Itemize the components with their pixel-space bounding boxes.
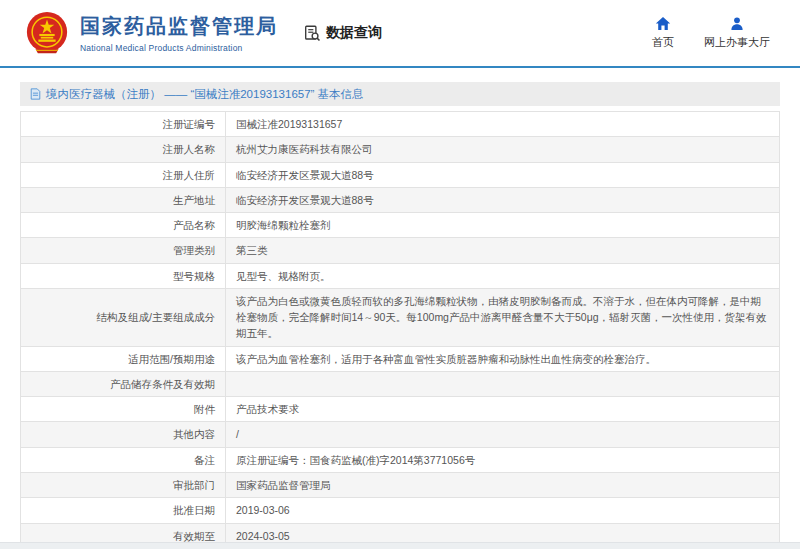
org-name-en: National Medical Products Administration	[80, 43, 278, 53]
info-table-body: 注册证编号国械注准20193131657注册人名称杭州艾力康医药科技有限公司注册…	[21, 112, 780, 549]
row-value: 2019-03-06	[226, 498, 780, 523]
logo[interactable]: 国家药品监督管理局 National Medical Products Admi…	[24, 10, 278, 56]
row-label: 注册人名称	[21, 137, 226, 162]
row-value: 临安经济开发区景观大道88号	[226, 162, 780, 187]
table-row: 结构及组成/主要组成成分该产品为白色或微黄色质轻而软的多孔海绵颗粒状物，由猪皮明…	[21, 288, 780, 346]
data-query-tab[interactable]: 数据查询	[304, 24, 382, 42]
table-row: 其他内容/	[21, 422, 780, 447]
org-name: 国家药品监督管理局	[80, 13, 278, 40]
nav-home[interactable]: 首页	[652, 16, 674, 50]
document-search-icon	[304, 25, 321, 42]
row-value: 明胶海绵颗粒栓塞剂	[226, 213, 780, 238]
table-row: 注册人住所临安经济开发区景观大道88号	[21, 162, 780, 187]
row-label: 结构及组成/主要组成成分	[21, 288, 226, 346]
header-nav: 首页 网上办事大厅	[652, 16, 770, 50]
site-header: 国家药品监督管理局 National Medical Products Admi…	[0, 0, 800, 68]
row-label: 注册人住所	[21, 162, 226, 187]
table-row: 生产地址临安经济开发区景观大道88号	[21, 187, 780, 212]
footer-strip	[0, 542, 800, 549]
row-value: 杭州艾力康医药科技有限公司	[226, 137, 780, 162]
table-row: 管理类别第三类	[21, 238, 780, 263]
row-label: 生产地址	[21, 187, 226, 212]
row-value: /	[226, 422, 780, 447]
row-label: 产品名称	[21, 213, 226, 238]
user-icon	[729, 16, 745, 31]
row-value: 产品技术要求	[226, 397, 780, 422]
table-row: 注册人名称杭州艾力康医药科技有限公司	[21, 137, 780, 162]
table-row: 备注原注册证编号：国食药监械(准)字2014第3771056号	[21, 447, 780, 472]
nav-home-label: 首页	[652, 35, 674, 50]
breadcrumb-text: 境内医疗器械（注册） —— “国械注准20193131657” 基本信息	[46, 87, 364, 102]
row-label: 附件	[21, 397, 226, 422]
nav-service-hall-label: 网上办事大厅	[704, 35, 770, 50]
row-label: 备注	[21, 447, 226, 472]
row-value: 国家药品监督管理局	[226, 472, 780, 497]
table-row: 审批部门国家药品监督管理局	[21, 472, 780, 497]
row-label: 其他内容	[21, 422, 226, 447]
row-value: 该产品为白色或微黄色质轻而软的多孔海绵颗粒状物，由猪皮明胶制备而成。不溶于水，但…	[226, 288, 780, 346]
table-row: 型号规格见型号、规格附页。	[21, 263, 780, 288]
registration-info-table: 注册证编号国械注准20193131657注册人名称杭州艾力康医药科技有限公司注册…	[20, 111, 780, 549]
org-title-block: 国家药品监督管理局 National Medical Products Admi…	[80, 13, 278, 53]
table-row: 产品名称明胶海绵颗粒栓塞剂	[21, 213, 780, 238]
nav-service-hall[interactable]: 网上办事大厅	[704, 16, 770, 50]
row-value	[226, 371, 780, 396]
row-label: 管理类别	[21, 238, 226, 263]
national-emblem-icon	[24, 10, 70, 56]
row-value: 临安经济开发区景观大道88号	[226, 187, 780, 212]
row-label: 型号规格	[21, 263, 226, 288]
row-label: 适用范围/预期用途	[21, 346, 226, 371]
row-label: 审批部门	[21, 472, 226, 497]
table-row: 产品储存条件及有效期	[21, 371, 780, 396]
row-value: 该产品为血管栓塞剂，适用于各种富血管性实质脏器肿瘤和动脉性出血性病变的栓塞治疗。	[226, 346, 780, 371]
row-label: 批准日期	[21, 498, 226, 523]
row-value: 原注册证编号：国食药监械(准)字2014第3771056号	[226, 447, 780, 472]
document-icon	[30, 88, 41, 100]
home-icon	[655, 16, 671, 31]
table-row: 适用范围/预期用途该产品为血管栓塞剂，适用于各种富血管性实质脏器肿瘤和动脉性出血…	[21, 346, 780, 371]
row-label: 产品储存条件及有效期	[21, 371, 226, 396]
table-row: 批准日期2019-03-06	[21, 498, 780, 523]
row-value: 第三类	[226, 238, 780, 263]
table-row: 附件产品技术要求	[21, 397, 780, 422]
row-label: 注册证编号	[21, 112, 226, 137]
table-row: 注册证编号国械注准20193131657	[21, 112, 780, 137]
breadcrumb: 境内医疗器械（注册） —— “国械注准20193131657” 基本信息	[20, 82, 780, 106]
row-value: 国械注准20193131657	[226, 112, 780, 137]
row-value: 见型号、规格附页。	[226, 263, 780, 288]
data-query-label: 数据查询	[326, 24, 382, 42]
